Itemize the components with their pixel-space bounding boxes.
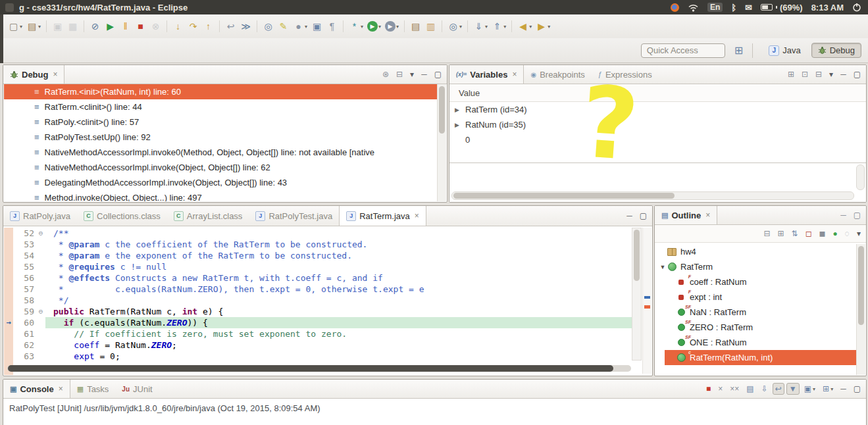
minimize-button[interactable]: ─: [624, 210, 635, 222]
variable-detail-pane[interactable]: [449, 163, 866, 202]
code-line[interactable]: 61 // If coefficient is zero, must set e…: [4, 328, 632, 339]
view-menu-button[interactable]: ▾: [854, 228, 863, 239]
save-all-button[interactable]: ▦: [65, 18, 80, 34]
hide-non-public-button[interactable]: ●: [830, 228, 840, 239]
battery-indicator[interactable]: (69%): [761, 3, 803, 12]
previous-annotation-button[interactable]: ⇑▾: [490, 18, 508, 34]
stack-frame[interactable]: ≡DelegatingMethodAccessorImpl.invoke(Obj…: [4, 175, 438, 190]
stack-frame[interactable]: ≡Method.invoke(Object, Object...) line: …: [4, 190, 438, 201]
marker-bar[interactable]: [4, 250, 13, 261]
stack-frame[interactable]: ≡RatPolyTest.setUp() line: 92: [4, 130, 438, 145]
variable-row[interactable]: 0: [449, 132, 866, 147]
marker-bar[interactable]: [4, 261, 13, 272]
marker-bar[interactable]: [4, 239, 13, 250]
editor-tab-ratterm-java[interactable]: JRatTerm.java×: [339, 206, 426, 226]
maximize-button[interactable]: ▢: [851, 209, 863, 221]
code-line[interactable]: 62 coeff = RatNum.ZERO;: [4, 339, 632, 351]
firefox-indicator[interactable]: [671, 3, 679, 12]
close-icon[interactable]: ×: [59, 384, 63, 393]
external-tools-button[interactable]: ▶▾: [383, 18, 401, 34]
editor-tab-arraylist-class[interactable]: CArrayList.class: [167, 206, 249, 226]
code-line[interactable]: 55 * @requires c != null: [4, 261, 632, 272]
minimize-button[interactable]: ─: [838, 383, 849, 395]
scroll-lock-button[interactable]: ⇩: [759, 383, 771, 395]
outline-item[interactable]: ONE : RatNum: [655, 335, 857, 350]
close-icon[interactable]: ×: [415, 211, 419, 220]
word-wrap-button[interactable]: ↩: [773, 383, 784, 395]
editor-hscrollbar[interactable]: [7, 365, 631, 372]
sort-button[interactable]: ⇅: [789, 228, 801, 239]
console-output[interactable]: RatPolyTest [JUnit] /usr/lib/jvm/jdk1.8.…: [4, 399, 865, 425]
clock[interactable]: 8:13 AM: [811, 3, 844, 12]
scrollbar-handle[interactable]: [634, 230, 640, 281]
open-resource-button[interactable]: ▥: [423, 18, 438, 34]
detail-vscrollbar[interactable]: [856, 164, 865, 190]
marker-bar[interactable]: [4, 272, 13, 284]
perspective-debug[interactable]: Debug: [811, 43, 861, 58]
variable-row[interactable]: ▶RatNum (id=35): [449, 117, 866, 132]
step-into-button[interactable]: ↓: [170, 18, 186, 34]
maximize-button[interactable]: ▢: [432, 68, 444, 80]
scrollbar-handle[interactable]: [8, 365, 613, 372]
new-java-project-button[interactable]: ▤▾: [24, 18, 43, 34]
drop-to-frame-button[interactable]: ↩: [223, 18, 238, 34]
tab-breakpoints[interactable]: ◉Breakpoints: [524, 65, 591, 84]
editor-tab-ratpolytest-java[interactable]: JRatPolyTest.java: [249, 206, 339, 226]
show-logical-structure-button[interactable]: ⊡: [799, 68, 811, 80]
network-indicator[interactable]: [688, 3, 699, 12]
hide-local-types-button[interactable]: ◌: [842, 228, 852, 239]
overview-marker-blue[interactable]: [644, 296, 650, 299]
outline-item[interactable]: coeff : RatNum: [655, 274, 857, 289]
value-column-header[interactable]: Value: [449, 84, 866, 102]
detail-hscrollbar[interactable]: [451, 191, 854, 200]
save-button[interactable]: ▣: [50, 18, 65, 34]
close-icon[interactable]: ×: [705, 211, 710, 220]
code-line[interactable]: 52⊖/**: [4, 228, 632, 239]
tab-tasks[interactable]: ▦Tasks: [70, 380, 116, 398]
variable-row[interactable]: ▶RatTerm (id=34): [449, 102, 866, 117]
outline-item[interactable]: ZERO : RatTerm: [655, 320, 857, 335]
back-button[interactable]: ◀▾: [515, 18, 534, 34]
marker-bar[interactable]: [4, 295, 13, 306]
last-edit-location-button[interactable]: ●▾: [291, 18, 309, 34]
code-line[interactable]: 58 */: [4, 295, 632, 306]
disconnect-button[interactable]: ⊗: [148, 18, 163, 34]
show-type-names-button[interactable]: ⊞: [785, 68, 797, 80]
mark-occurrences-button[interactable]: ✎: [276, 18, 291, 34]
stack-frame[interactable]: ≡RatTerm.<clinit>() line: 44: [4, 99, 438, 114]
tab-console[interactable]: ▣Console×: [3, 380, 70, 398]
code-line[interactable]: 54 * @param e the exponent of the RatTer…: [4, 250, 632, 261]
tab-junit[interactable]: JuJUnit: [115, 380, 159, 398]
stack-frame[interactable]: ≡NativeMethodAccessorImpl.invoke0(Method…: [4, 145, 438, 160]
new-java-class-button[interactable]: *▾: [347, 18, 365, 34]
step-over-button[interactable]: ↷: [186, 18, 201, 34]
instruction-pointer-icon[interactable]: →: [4, 317, 13, 328]
tab-outline[interactable]: ▤ Outline ×: [655, 206, 717, 224]
expand-icon[interactable]: ▶: [455, 107, 465, 113]
scrollbar-handle[interactable]: [439, 86, 445, 134]
run-button[interactable]: ▶▾: [365, 18, 383, 34]
outline-item[interactable]: expt : int: [655, 289, 857, 305]
minimize-button[interactable]: ─: [838, 209, 849, 221]
bluetooth-indicator[interactable]: ᛒ: [731, 3, 736, 12]
remove-launch-button[interactable]: ×: [715, 383, 725, 395]
outline-item[interactable]: RatTerm(RatNum, int): [665, 350, 857, 365]
hide-static-members-button[interactable]: ◼: [817, 228, 829, 239]
collapse-all-button[interactable]: ⊟: [813, 68, 825, 80]
scrollbar-handle[interactable]: [858, 246, 864, 325]
resume-button[interactable]: ▶: [103, 18, 118, 34]
code-line[interactable]: →60 if (c.equals(RatNum.ZERO)) {: [4, 317, 632, 328]
marker-bar[interactable]: [4, 339, 13, 351]
code-editor[interactable]: 52⊖/**53 * @param c the coefficient of t…: [4, 226, 651, 375]
session-indicator[interactable]: [852, 3, 861, 12]
tab-variables[interactable]: (x)=Variables×: [449, 65, 524, 84]
pin-console-button[interactable]: ▼: [786, 383, 800, 395]
open-search-dialog-button[interactable]: ◎: [261, 18, 276, 34]
view-menu-button[interactable]: ▾: [827, 68, 836, 80]
overview-ruler[interactable]: [642, 228, 651, 374]
marker-bar[interactable]: [4, 328, 13, 339]
editor-vscrollbar[interactable]: [632, 228, 642, 361]
display-selected-console-button[interactable]: ▣▾: [802, 383, 818, 395]
view-menu-button[interactable]: ▾: [407, 68, 417, 80]
stack-frame[interactable]: ≡RatPoly.<clinit>() line: 57: [4, 114, 438, 130]
